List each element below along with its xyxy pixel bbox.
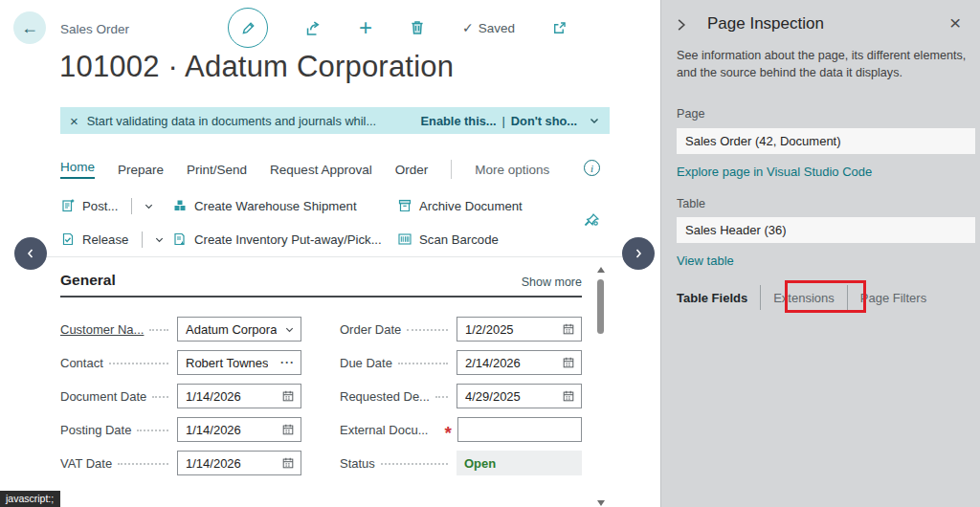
pin-icon[interactable]	[584, 212, 600, 229]
tab-extensions[interactable]: Extensions	[761, 291, 847, 305]
scrollbar-thumb[interactable]	[597, 279, 604, 334]
vat-date-label: VAT Date	[60, 456, 112, 471]
dotted-leader	[137, 430, 168, 431]
table-value-text: Sales Header (36)	[685, 223, 787, 237]
info-icon[interactable]: i	[584, 160, 600, 176]
dropdown-chevron-icon[interactable]	[284, 324, 295, 335]
document-date-value: 1/14/2026	[186, 389, 241, 404]
external-document-input[interactable]	[457, 417, 582, 442]
scroll-up-icon[interactable]	[597, 267, 605, 273]
calendar-icon[interactable]	[562, 356, 575, 369]
page-field-label: Page	[677, 107, 704, 121]
external-document-field-row: External Docu... *	[340, 417, 582, 442]
requested-delivery-input[interactable]: 4/29/2025	[457, 384, 582, 408]
panel-description: See information about the page, its diff…	[677, 48, 969, 82]
vat-date-value: 1/14/2026	[186, 456, 241, 471]
notification-enable-link[interactable]: Enable this...	[421, 114, 497, 128]
check-icon: ✓	[462, 20, 474, 35]
archive-document-button[interactable]: Archive Document	[397, 198, 523, 213]
inventory-putaway-icon	[172, 231, 188, 247]
main-scrollbar[interactable]	[594, 267, 608, 506]
posting-date-input[interactable]: 1/14/2026	[177, 417, 301, 442]
trash-icon	[409, 19, 426, 36]
contact-label: Contact	[60, 356, 103, 370]
due-date-field-row: Due Date 2/14/2026	[340, 350, 582, 375]
chevron-left-icon	[25, 248, 36, 259]
previous-record-button[interactable]	[14, 237, 47, 270]
table-field-label: Table	[677, 197, 705, 210]
calendar-icon[interactable]	[281, 456, 295, 470]
status-label: Status	[340, 456, 375, 471]
page-field-value: Sales Order (42, Document)	[677, 128, 975, 154]
scan-barcode-label: Scan Barcode	[419, 232, 499, 247]
vat-date-field-row: VAT Date 1/14/2026	[60, 451, 301, 475]
next-record-button[interactable]	[622, 237, 655, 270]
calendar-icon[interactable]	[281, 423, 295, 436]
order-date-field-row: Order Date 1/2/2025	[340, 317, 582, 342]
create-inventory-putaway-label: Create Inventory Put-away/Pick...	[194, 232, 382, 247]
content-divider	[44, 256, 622, 257]
customer-name-input[interactable]: Adatum Corpora	[177, 317, 301, 342]
external-document-label: External Docu...	[340, 423, 429, 437]
view-table-link[interactable]: View table	[677, 254, 734, 268]
action-menu-tabs: Home Prepare Print/Send Request Approval…	[60, 159, 549, 180]
tab-table-fields[interactable]: Table Fields	[677, 291, 760, 305]
order-date-value: 1/2/2025	[465, 322, 514, 337]
tab-page-filters[interactable]: Page Filters	[848, 291, 939, 305]
notification-expand-button[interactable]	[589, 115, 600, 126]
general-heading: General	[60, 272, 116, 289]
vat-date-input[interactable]: 1/14/2026	[177, 451, 301, 475]
document-title: 101002 · Adatum Corporation	[59, 50, 454, 84]
table-field-value: Sales Header (36)	[677, 217, 975, 243]
customer-name-label[interactable]: Customer Na...	[60, 322, 144, 337]
pencil-icon	[240, 20, 256, 36]
contact-field-row: Contact Robert Townes ···	[60, 350, 301, 375]
plus-icon: +	[359, 16, 372, 39]
assist-edit-icon[interactable]: ···	[280, 356, 295, 369]
create-warehouse-shipment-button[interactable]: Create Warehouse Shipment	[172, 198, 397, 213]
document-date-input[interactable]: 1/14/2026	[177, 384, 301, 408]
requested-delivery-field-row: Requested De... 4/29/2025	[340, 384, 582, 408]
create-inventory-putaway-button[interactable]: Create Inventory Put-away/Pick...	[172, 231, 397, 247]
tab-request-approval[interactable]: Request Approval	[270, 163, 372, 177]
dotted-leader	[149, 329, 168, 331]
status-badge: Open	[464, 456, 496, 471]
post-split-button[interactable]: Post...	[60, 198, 172, 214]
page-caption: Sales Order	[60, 22, 129, 36]
share-button[interactable]	[304, 19, 323, 37]
delete-button[interactable]	[409, 19, 426, 36]
close-panel-icon[interactable]: ×	[949, 11, 961, 34]
back-button[interactable]: ←	[13, 11, 46, 44]
notification-close-icon[interactable]: ×	[70, 113, 78, 129]
contact-value: Robert Townes	[186, 356, 268, 370]
contact-input[interactable]: Robert Townes ···	[177, 350, 301, 375]
tab-prepare[interactable]: Prepare	[118, 163, 164, 177]
tab-order[interactable]: Order	[395, 163, 429, 177]
requested-delivery-label: Requested De...	[340, 389, 430, 404]
tab-home[interactable]: Home	[60, 160, 95, 179]
page-value-text: Sales Order (42, Document)	[685, 134, 841, 148]
notification-bar: × Start validating data in documents and…	[60, 107, 610, 134]
new-button[interactable]: +	[359, 16, 372, 39]
scan-barcode-button[interactable]: Scan Barcode	[397, 231, 499, 247]
show-more-link[interactable]: Show more	[522, 276, 582, 289]
calendar-icon[interactable]	[281, 389, 295, 403]
create-warehouse-shipment-label: Create Warehouse Shipment	[194, 199, 357, 213]
order-date-label: Order Date	[340, 322, 401, 337]
more-options-button[interactable]: More options	[475, 163, 549, 177]
explore-vscode-link[interactable]: Explore page in Visual Studio Code	[677, 165, 872, 179]
tab-print-send[interactable]: Print/Send	[187, 163, 247, 177]
release-split-button[interactable]: Release	[60, 231, 172, 248]
chevron-down-icon	[144, 201, 154, 211]
general-section-header: General Show more	[60, 272, 582, 289]
calendar-icon[interactable]	[562, 389, 575, 403]
calendar-icon[interactable]	[562, 322, 575, 336]
document-date-label: Document Date	[60, 389, 146, 404]
open-in-new-window-button[interactable]	[551, 20, 568, 36]
notification-dismiss-link[interactable]: Don't sho...	[511, 114, 577, 128]
edit-button[interactable]	[228, 8, 268, 48]
due-date-input[interactable]: 2/14/2026	[457, 350, 582, 375]
order-date-input[interactable]: 1/2/2025	[457, 317, 582, 342]
collapse-panel-button[interactable]	[675, 17, 688, 33]
scroll-down-icon[interactable]	[597, 500, 605, 506]
